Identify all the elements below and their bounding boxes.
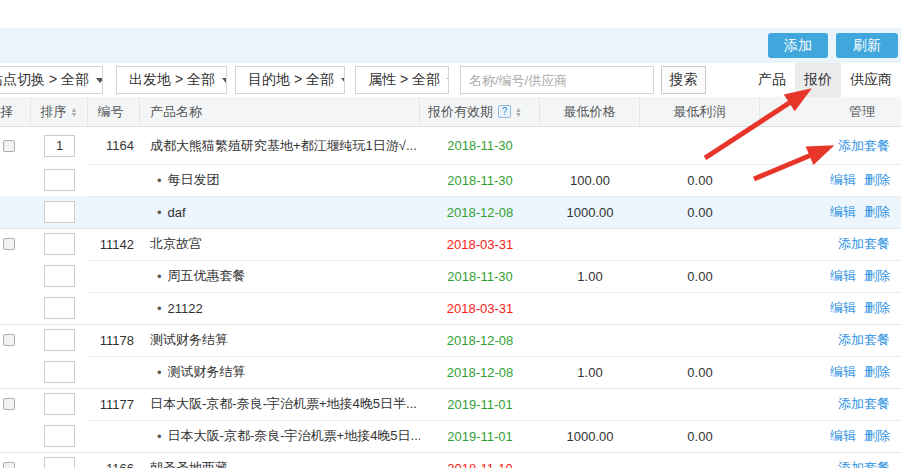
filter-bar: 站点切换 > 全部 出发地 > 全部 目的地 > 全部 属性 > 全部 搜索 产…: [0, 63, 901, 97]
delete-link[interactable]: 删除: [864, 267, 890, 285]
sort-order-input[interactable]: [44, 265, 75, 287]
product-code: [88, 420, 140, 452]
search-input[interactable]: [460, 66, 654, 94]
add-button[interactable]: 添加: [768, 33, 828, 58]
edit-link[interactable]: 编辑: [830, 363, 856, 381]
add-package-link[interactable]: 添加套餐: [838, 395, 890, 413]
table-row: 11177 • 日本大阪-京都-奈良-宇治机票+地接4晚5日半... 2019-…: [0, 388, 901, 420]
refresh-button[interactable]: 刷新: [836, 33, 898, 58]
quote-valid-date: 2018-11-30: [447, 138, 513, 153]
min-profit-value: [640, 228, 760, 260]
header-min-price: 最低价格: [540, 97, 640, 126]
sort-order-input[interactable]: [44, 329, 75, 351]
sort-order-input[interactable]: [44, 457, 75, 468]
bullet-icon: •: [157, 173, 162, 188]
table-row: • 日本大阪-京都-奈良-宇治机票+地接4晚5日... 2019-11-01 1…: [0, 420, 901, 452]
tab-supplier[interactable]: 供应商: [841, 63, 901, 97]
quote-valid-date: 2018-03-31: [447, 237, 514, 252]
sort-order-input[interactable]: [44, 135, 75, 157]
product-code: 11177: [88, 388, 140, 420]
manage-actions: 编辑删除: [760, 196, 901, 228]
delete-link[interactable]: 删除: [864, 299, 890, 317]
manage-actions: 添加套餐: [760, 324, 901, 356]
min-profit-value: 0.00: [640, 260, 760, 292]
edit-link[interactable]: 编辑: [830, 267, 856, 285]
header-valid-date[interactable]: 报价有效期 ? ▲▼: [420, 97, 540, 126]
min-price-value: 100.00: [540, 164, 640, 196]
row-checkbox[interactable]: [3, 140, 15, 152]
quote-valid-date: 2018-11-30: [447, 269, 513, 284]
product-code: 1166: [88, 452, 140, 468]
product-name-text: 朝圣圣地西藏: [150, 459, 228, 468]
sort-order-input[interactable]: [44, 169, 75, 191]
table-header: 选择 排序 ▲▼ 编号 产品名称 报价有效期 ? ▲▼ 最低价格 最低利润 管理: [0, 97, 901, 127]
sort-arrows-icon[interactable]: ▲▼: [71, 107, 78, 117]
quote-table: 选择 排序 ▲▼ 编号 产品名称 报价有效期 ? ▲▼ 最低价格 最低利润 管理…: [0, 97, 901, 468]
delete-link[interactable]: 删除: [864, 203, 890, 221]
add-package-link[interactable]: 添加套餐: [838, 331, 890, 349]
product-code: 11178: [88, 324, 140, 356]
sort-order-input[interactable]: [44, 233, 75, 255]
delete-link[interactable]: 删除: [864, 363, 890, 381]
manage-actions: 编辑删除: [760, 164, 901, 196]
add-package-link[interactable]: 添加套餐: [838, 137, 890, 155]
filter-departure-dropdown[interactable]: 出发地 > 全部: [116, 66, 227, 94]
product-name-text: 周五优惠套餐: [168, 267, 246, 285]
min-price-value: 1.00: [540, 356, 640, 388]
help-icon[interactable]: ?: [498, 105, 511, 118]
view-tabs: 产品 报价 供应商: [749, 63, 901, 97]
min-profit-value: 0.00: [640, 196, 760, 228]
row-checkbox[interactable]: [3, 462, 15, 468]
quote-valid-date: 2018-12-08: [447, 333, 514, 348]
chevron-down-icon: [96, 78, 103, 83]
filter-destination-label: 目的地 > 全部: [248, 71, 334, 89]
tab-quote[interactable]: 报价: [795, 63, 841, 97]
header-min-profit: 最低利润: [640, 97, 760, 126]
sort-order-input[interactable]: [44, 425, 75, 447]
min-price-value: 1000.00: [540, 420, 640, 452]
chevron-down-icon: [341, 78, 345, 83]
quote-management-page: 添加 刷新 站点切换 > 全部 出发地 > 全部 目的地 > 全部 属性 > 全…: [0, 0, 901, 468]
product-name-text: 成都大熊猫繁殖研究基地+都江堰纯玩1日游√...: [150, 137, 417, 155]
product-name: • 每日发团: [140, 164, 420, 196]
product-name-text: 日本大阪-京都-奈良-宇治机票+地接4晚5日...: [168, 427, 420, 445]
edit-link[interactable]: 编辑: [830, 427, 856, 445]
filter-site-dropdown[interactable]: 站点切换 > 全部: [0, 66, 103, 94]
sort-order-input[interactable]: [44, 297, 75, 319]
product-name-text: daf: [168, 205, 186, 220]
delete-link[interactable]: 删除: [864, 171, 890, 189]
bullet-icon: •: [157, 205, 162, 220]
header-sort[interactable]: 排序 ▲▼: [31, 97, 88, 126]
min-profit-value: 0.00: [640, 356, 760, 388]
sort-arrows-icon[interactable]: ▲▼: [515, 107, 522, 117]
bullet-icon: •: [157, 365, 162, 380]
row-checkbox[interactable]: [3, 238, 15, 250]
bullet-icon: •: [157, 269, 162, 284]
header-product-name: 产品名称: [140, 97, 420, 126]
edit-link[interactable]: 编辑: [830, 203, 856, 221]
product-name: • 朝圣圣地西藏: [140, 452, 420, 468]
min-profit-value: [640, 324, 760, 356]
filter-attribute-dropdown[interactable]: 属性 > 全部: [355, 66, 449, 94]
search-button[interactable]: 搜索: [661, 66, 706, 94]
sort-order-input[interactable]: [44, 393, 75, 415]
add-package-link[interactable]: 添加套餐: [838, 235, 890, 253]
edit-link[interactable]: 编辑: [830, 171, 856, 189]
row-checkbox[interactable]: [3, 398, 15, 410]
sort-order-input[interactable]: [44, 201, 75, 223]
filter-destination-dropdown[interactable]: 目的地 > 全部: [235, 66, 345, 94]
add-package-link[interactable]: 添加套餐: [838, 459, 890, 468]
quote-valid-date: 2019-11-01: [447, 397, 513, 412]
product-name: • 日本大阪-京都-奈良-宇治机票+地接4晚5日半...: [140, 388, 420, 420]
min-price-value: [540, 324, 640, 356]
row-checkbox[interactable]: [3, 334, 15, 346]
filter-attribute-label: 属性 > 全部: [368, 71, 440, 89]
table-row: • daf 2018-12-08 1000.00 0.00 编辑删除: [0, 196, 901, 228]
tab-product[interactable]: 产品: [749, 63, 795, 97]
edit-link[interactable]: 编辑: [830, 299, 856, 317]
sort-order-input[interactable]: [44, 361, 75, 383]
delete-link[interactable]: 删除: [864, 427, 890, 445]
product-name: • 周五优惠套餐: [140, 260, 420, 292]
manage-actions: 编辑删除: [760, 420, 901, 452]
table-row: • 周五优惠套餐 2018-11-30 1.00 0.00 编辑删除: [0, 260, 901, 292]
